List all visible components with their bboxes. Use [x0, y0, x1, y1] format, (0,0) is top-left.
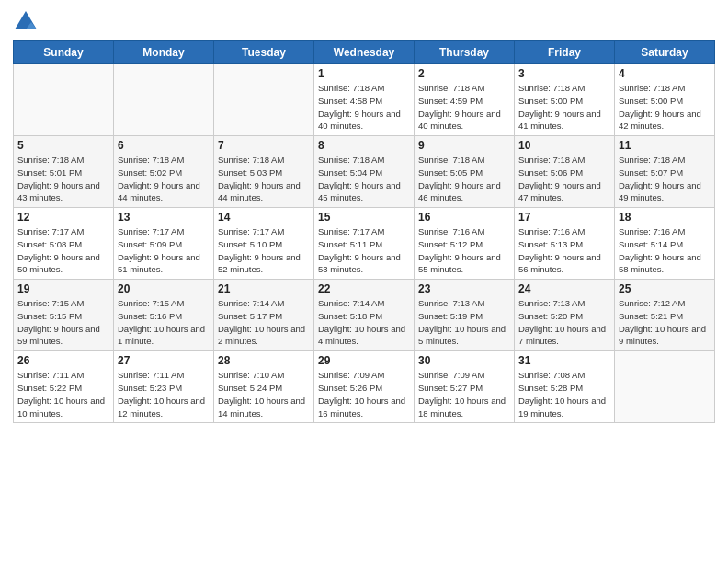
- day-number: 7: [218, 139, 310, 152]
- day-number: 9: [418, 139, 510, 152]
- calendar-week-row: 1Sunrise: 7:18 AM Sunset: 4:58 PM Daylig…: [14, 64, 715, 136]
- day-number: 31: [518, 354, 610, 367]
- weekday-header: Saturday: [615, 41, 715, 64]
- calendar-cell: 8Sunrise: 7:18 AM Sunset: 5:04 PM Daylig…: [314, 136, 415, 208]
- calendar-cell: 18Sunrise: 7:16 AM Sunset: 5:14 PM Dayli…: [615, 208, 715, 280]
- calendar-cell: 30Sunrise: 7:09 AM Sunset: 5:27 PM Dayli…: [415, 351, 515, 423]
- day-info: Sunrise: 7:12 AM Sunset: 5:21 PM Dayligh…: [619, 297, 711, 348]
- day-number: 2: [418, 67, 510, 80]
- calendar-cell: 27Sunrise: 7:11 AM Sunset: 5:23 PM Dayli…: [114, 351, 214, 423]
- day-info: Sunrise: 7:09 AM Sunset: 5:26 PM Dayligh…: [318, 369, 410, 419]
- calendar-cell: 26Sunrise: 7:11 AM Sunset: 5:22 PM Dayli…: [14, 351, 114, 423]
- weekday-row: SundayMondayTuesdayWednesdayThursdayFrid…: [14, 41, 715, 64]
- day-info: Sunrise: 7:16 AM Sunset: 5:13 PM Dayligh…: [518, 225, 610, 276]
- day-info: Sunrise: 7:18 AM Sunset: 4:59 PM Dayligh…: [418, 82, 510, 132]
- day-info: Sunrise: 7:14 AM Sunset: 5:18 PM Dayligh…: [318, 297, 410, 348]
- day-number: 16: [418, 211, 510, 224]
- weekday-header: Sunday: [14, 41, 114, 64]
- calendar-cell: 15Sunrise: 7:17 AM Sunset: 5:11 PM Dayli…: [314, 208, 415, 280]
- calendar-week-row: 19Sunrise: 7:15 AM Sunset: 5:15 PM Dayli…: [14, 280, 715, 351]
- calendar-cell: 19Sunrise: 7:15 AM Sunset: 5:15 PM Dayli…: [14, 280, 114, 351]
- day-info: Sunrise: 7:18 AM Sunset: 5:00 PM Dayligh…: [518, 82, 610, 132]
- calendar-cell: 11Sunrise: 7:18 AM Sunset: 5:07 PM Dayli…: [615, 136, 715, 208]
- calendar-header: SundayMondayTuesdayWednesdayThursdayFrid…: [14, 41, 715, 64]
- weekday-header: Tuesday: [214, 41, 314, 64]
- calendar-cell: [114, 64, 214, 136]
- day-info: Sunrise: 7:15 AM Sunset: 5:16 PM Dayligh…: [118, 297, 210, 348]
- day-info: Sunrise: 7:13 AM Sunset: 5:19 PM Dayligh…: [418, 297, 510, 348]
- calendar-cell: [14, 64, 114, 136]
- calendar-cell: 22Sunrise: 7:14 AM Sunset: 5:18 PM Dayli…: [314, 280, 415, 351]
- logo: [13, 9, 42, 35]
- calendar-cell: [214, 64, 314, 136]
- day-number: 1: [318, 67, 410, 80]
- calendar-cell: 23Sunrise: 7:13 AM Sunset: 5:19 PM Dayli…: [415, 280, 515, 351]
- calendar-week-row: 26Sunrise: 7:11 AM Sunset: 5:22 PM Dayli…: [14, 351, 715, 423]
- calendar-cell: 13Sunrise: 7:17 AM Sunset: 5:09 PM Dayli…: [114, 208, 214, 280]
- day-number: 17: [518, 211, 610, 224]
- calendar-cell: 17Sunrise: 7:16 AM Sunset: 5:13 PM Dayli…: [515, 208, 615, 280]
- day-info: Sunrise: 7:17 AM Sunset: 5:09 PM Dayligh…: [118, 225, 210, 276]
- day-info: Sunrise: 7:18 AM Sunset: 5:01 PM Dayligh…: [17, 154, 109, 204]
- weekday-header: Friday: [515, 41, 615, 64]
- day-number: 11: [619, 139, 711, 152]
- day-info: Sunrise: 7:18 AM Sunset: 4:58 PM Dayligh…: [318, 82, 410, 132]
- day-number: 28: [218, 354, 310, 367]
- calendar-cell: 12Sunrise: 7:17 AM Sunset: 5:08 PM Dayli…: [14, 208, 114, 280]
- day-number: 21: [218, 282, 310, 295]
- day-info: Sunrise: 7:09 AM Sunset: 5:27 PM Dayligh…: [418, 369, 510, 419]
- header: [13, 9, 715, 35]
- day-info: Sunrise: 7:18 AM Sunset: 5:06 PM Dayligh…: [518, 154, 610, 204]
- day-number: 6: [118, 139, 210, 152]
- calendar-cell: 14Sunrise: 7:17 AM Sunset: 5:10 PM Dayli…: [214, 208, 314, 280]
- calendar-week-row: 12Sunrise: 7:17 AM Sunset: 5:08 PM Dayli…: [14, 208, 715, 280]
- day-number: 12: [17, 211, 109, 224]
- day-info: Sunrise: 7:15 AM Sunset: 5:15 PM Dayligh…: [17, 297, 109, 348]
- calendar-cell: 25Sunrise: 7:12 AM Sunset: 5:21 PM Dayli…: [615, 280, 715, 351]
- day-info: Sunrise: 7:17 AM Sunset: 5:10 PM Dayligh…: [218, 225, 310, 276]
- day-number: 23: [418, 282, 510, 295]
- day-number: 5: [17, 139, 109, 152]
- day-info: Sunrise: 7:18 AM Sunset: 5:05 PM Dayligh…: [418, 154, 510, 204]
- day-info: Sunrise: 7:18 AM Sunset: 5:04 PM Dayligh…: [318, 154, 410, 204]
- day-number: 24: [518, 282, 610, 295]
- calendar-cell: 21Sunrise: 7:14 AM Sunset: 5:17 PM Dayli…: [214, 280, 314, 351]
- day-number: 20: [118, 282, 210, 295]
- day-number: 14: [218, 211, 310, 224]
- day-number: 25: [619, 282, 711, 295]
- calendar-cell: 20Sunrise: 7:15 AM Sunset: 5:16 PM Dayli…: [114, 280, 214, 351]
- day-info: Sunrise: 7:17 AM Sunset: 5:08 PM Dayligh…: [17, 225, 109, 276]
- calendar-cell: 29Sunrise: 7:09 AM Sunset: 5:26 PM Dayli…: [314, 351, 415, 423]
- day-number: 30: [418, 354, 510, 367]
- day-info: Sunrise: 7:17 AM Sunset: 5:11 PM Dayligh…: [318, 225, 410, 276]
- day-info: Sunrise: 7:10 AM Sunset: 5:24 PM Dayligh…: [218, 369, 310, 419]
- day-number: 22: [318, 282, 410, 295]
- calendar-cell: 7Sunrise: 7:18 AM Sunset: 5:03 PM Daylig…: [214, 136, 314, 208]
- calendar-cell: 1Sunrise: 7:18 AM Sunset: 4:58 PM Daylig…: [314, 64, 415, 136]
- calendar-body: 1Sunrise: 7:18 AM Sunset: 4:58 PM Daylig…: [14, 64, 715, 423]
- day-number: 10: [518, 139, 610, 152]
- day-number: 15: [318, 211, 410, 224]
- calendar-cell: 10Sunrise: 7:18 AM Sunset: 5:06 PM Dayli…: [515, 136, 615, 208]
- day-info: Sunrise: 7:18 AM Sunset: 5:00 PM Dayligh…: [619, 82, 711, 132]
- calendar-cell: 5Sunrise: 7:18 AM Sunset: 5:01 PM Daylig…: [14, 136, 114, 208]
- day-number: 18: [619, 211, 711, 224]
- day-info: Sunrise: 7:18 AM Sunset: 5:02 PM Dayligh…: [118, 154, 210, 204]
- day-number: 27: [118, 354, 210, 367]
- day-number: 4: [619, 67, 711, 80]
- day-number: 19: [17, 282, 109, 295]
- calendar-cell: 24Sunrise: 7:13 AM Sunset: 5:20 PM Dayli…: [515, 280, 615, 351]
- day-info: Sunrise: 7:11 AM Sunset: 5:22 PM Dayligh…: [17, 369, 109, 419]
- day-number: 26: [17, 354, 109, 367]
- calendar-table: SundayMondayTuesdayWednesdayThursdayFrid…: [13, 40, 715, 423]
- day-number: 8: [318, 139, 410, 152]
- calendar-container: SundayMondayTuesdayWednesdayThursdayFrid…: [0, 0, 728, 431]
- day-info: Sunrise: 7:16 AM Sunset: 5:14 PM Dayligh…: [619, 225, 711, 276]
- weekday-header: Wednesday: [314, 41, 415, 64]
- calendar-cell: 31Sunrise: 7:08 AM Sunset: 5:28 PM Dayli…: [515, 351, 615, 423]
- day-info: Sunrise: 7:14 AM Sunset: 5:17 PM Dayligh…: [218, 297, 310, 348]
- day-info: Sunrise: 7:08 AM Sunset: 5:28 PM Dayligh…: [518, 369, 610, 419]
- day-info: Sunrise: 7:16 AM Sunset: 5:12 PM Dayligh…: [418, 225, 510, 276]
- day-info: Sunrise: 7:11 AM Sunset: 5:23 PM Dayligh…: [118, 369, 210, 419]
- day-number: 13: [118, 211, 210, 224]
